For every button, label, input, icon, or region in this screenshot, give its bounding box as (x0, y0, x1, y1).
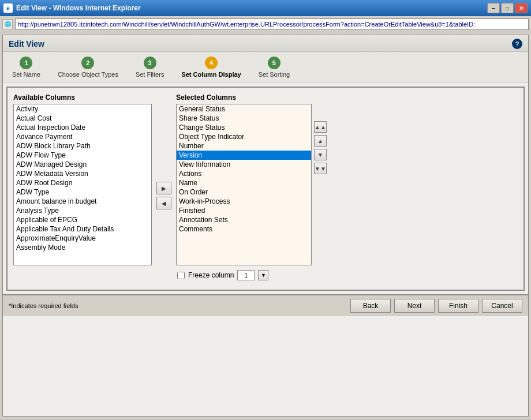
step-label-4: Set Column Display (181, 71, 241, 78)
list-item[interactable]: Actual Cost (14, 114, 151, 123)
footer: *Indicates required fields Back Next Fin… (3, 294, 528, 316)
window-header: Edit View ? (3, 35, 528, 52)
freeze-checkbox[interactable] (177, 272, 185, 279)
wizard-step-4[interactable]: 4Set Column Display (181, 57, 241, 78)
wizard-steps: 1Set Name2Choose Object Types3Set Filter… (3, 52, 528, 83)
list-item[interactable]: ADW Type (14, 187, 151, 197)
list-item[interactable]: ADW Block Library Path (14, 141, 151, 151)
available-columns-label: Available Columns (13, 93, 152, 102)
ie-icon: e (3, 3, 13, 13)
title-bar-left: e Edit View - Windows Internet Explorer (3, 3, 141, 13)
minimize-button[interactable]: – (487, 3, 500, 13)
move-up-button[interactable]: ▲ (314, 135, 327, 147)
wizard-step-5[interactable]: 5Set Sorting (259, 57, 290, 78)
step-label-3: Set Filters (136, 71, 164, 78)
list-item[interactable]: Assembly Mode (14, 243, 151, 252)
step-label-1: Set Name (12, 71, 40, 78)
available-columns-list[interactable]: ActivityActual CostActual Inspection Dat… (13, 104, 152, 265)
list-item[interactable]: Finished (177, 206, 311, 215)
list-item[interactable]: Activity (14, 104, 151, 114)
step-circle-4: 4 (205, 57, 218, 69)
list-item[interactable]: Advance Payment (14, 132, 151, 141)
available-columns-box: Available Columns ActivityActual CostAct… (13, 93, 152, 284)
content-area: Available Columns ActivityActual CostAct… (6, 87, 525, 291)
step-circle-1: 1 (20, 57, 32, 69)
list-item[interactable]: ADW Flow Type (14, 151, 151, 160)
back-button[interactable]: Back (350, 299, 391, 313)
title-bar-controls: – □ ✕ (487, 3, 528, 13)
freeze-label: Freeze column (188, 271, 234, 279)
address-bar-icon: 🌐 (2, 19, 13, 29)
address-input[interactable] (15, 18, 529, 30)
list-item[interactable]: Comments (177, 224, 311, 234)
list-item[interactable]: ADW Metadata Version (14, 169, 151, 178)
move-left-button[interactable]: ◀ (156, 197, 171, 209)
step-label-2: Choose Object Types (58, 71, 118, 78)
list-item[interactable]: ADW Root Design (14, 178, 151, 187)
list-item[interactable]: Actions (177, 169, 311, 178)
dialog-title: Edit View (9, 39, 44, 48)
wizard-step-3[interactable]: 3Set Filters (136, 57, 164, 78)
list-item[interactable]: Actual Inspection Date (14, 123, 151, 132)
main-window: Edit View ? 1Set Name2Choose Object Type… (2, 35, 529, 417)
maximize-button[interactable]: □ (501, 3, 514, 13)
finish-button[interactable]: Finish (438, 299, 478, 313)
move-to-top-button[interactable]: ▲▲ (314, 121, 327, 133)
next-button[interactable]: Next (394, 299, 435, 313)
list-item[interactable]: On Order (177, 187, 311, 197)
transfer-buttons: ▶ ◀ (152, 107, 176, 284)
move-down-button[interactable]: ▼ (314, 149, 327, 160)
list-item[interactable]: View Information (177, 160, 311, 169)
list-item[interactable]: Version (177, 151, 311, 160)
selected-panel: General StatusShare StatusChange StatusO… (176, 104, 327, 265)
selected-columns-list[interactable]: General StatusShare StatusChange StatusO… (176, 104, 312, 265)
step-circle-2: 2 (81, 57, 94, 69)
selected-columns-label: Selected Columns (176, 93, 327, 102)
list-item[interactable]: Name (177, 178, 311, 187)
list-item[interactable]: Applicable of EPCG (14, 215, 151, 224)
columns-container: Available Columns ActivityActual CostAct… (13, 93, 518, 284)
list-item[interactable]: Annotation Sets (177, 215, 311, 224)
title-bar: e Edit View - Windows Internet Explorer … (0, 0, 531, 16)
list-item[interactable]: Object Type Indicator (177, 132, 311, 141)
address-bar: 🌐 (0, 16, 531, 32)
list-item[interactable]: Amount balance in budget (14, 197, 151, 206)
freeze-input[interactable] (237, 270, 255, 280)
list-item[interactable]: General Status (177, 104, 311, 114)
step-label-5: Set Sorting (259, 71, 290, 78)
footer-buttons: Back Next Finish Cancel (350, 299, 522, 313)
window-title-bar: Edit View - Windows Internet Explorer (16, 4, 141, 12)
reorder-buttons: ▲▲ ▲ ▼ ▼▼ (314, 104, 327, 265)
list-item[interactable]: Share Status (177, 114, 311, 123)
step-circle-3: 3 (144, 57, 156, 69)
freeze-row: Freeze column ▼ (176, 270, 327, 280)
cancel-button[interactable]: Cancel (482, 299, 522, 313)
wizard-step-2[interactable]: 2Choose Object Types (58, 57, 118, 78)
move-to-bottom-button[interactable]: ▼▼ (314, 163, 327, 174)
list-item[interactable]: Analysis Type (14, 206, 151, 215)
list-item[interactable]: Applicable Tax And Duty Details (14, 224, 151, 234)
freeze-dropdown[interactable]: ▼ (258, 270, 268, 280)
wizard-step-1[interactable]: 1Set Name (12, 57, 40, 78)
step-circle-5: 5 (268, 57, 281, 69)
close-button[interactable]: ✕ (515, 3, 528, 13)
list-item[interactable]: Change Status (177, 123, 311, 132)
selected-columns-box: Selected Columns General StatusShare Sta… (176, 93, 327, 284)
help-icon[interactable]: ? (512, 39, 522, 49)
required-note: *Indicates required fields (9, 302, 78, 309)
list-item[interactable]: Work-in-Process (177, 197, 311, 206)
move-right-button[interactable]: ▶ (156, 182, 171, 194)
list-item[interactable]: ADW Managed Design (14, 160, 151, 169)
list-item[interactable]: ApproximateEnquiryValue (14, 234, 151, 243)
list-item[interactable]: Number (177, 141, 311, 151)
